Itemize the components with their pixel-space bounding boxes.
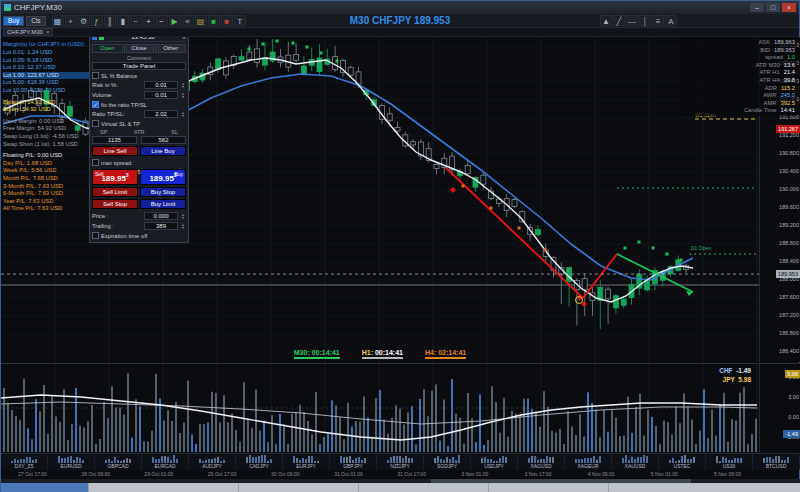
cursor-icon[interactable]: ▲ [600,15,612,26]
ticker-symbol-cell[interactable]: EURCAD [142,454,189,470]
max-spread-label: max spread [101,160,131,166]
volume-spinner[interactable]: ▴▾ [180,92,186,99]
zoom-out-icon[interactable]: − [156,15,168,26]
uta-row-label: ASK [758,39,770,47]
quick-close-button[interactable]: Cls [26,16,45,26]
fix-ratio-checkbox[interactable]: fix the ratio TP/SL [92,100,186,109]
buy-limit-button[interactable]: Buy Limit [140,199,186,209]
indicator-value-badge: -1.49 [783,430,800,438]
time-axis-label: 3 Nov 17:00 [506,470,569,479]
symbol-ticker-strip: DXY_Z5EURUSDGBPCADEURCADAUDJPYCADJPYEURJ… [1,453,800,470]
currency-strength-row: CHF -1.49 [689,367,751,376]
ticker-symbol-cell[interactable]: XAGUSD [518,454,565,470]
ticker-symbol-cell[interactable]: AUDJPY [189,454,236,470]
time-axis-label: 31 Oct 17:00 [380,470,443,479]
tp-points-input[interactable]: 1135 [92,136,137,144]
risk-input[interactable]: 0.01 [144,81,178,89]
currency-strength-labels: CHF -1.49JPY 5.98 [689,367,751,384]
time-axis-label: 31 Oct 01:00 [317,470,380,479]
ticker-symbol-cell[interactable]: DXY_Z5 [1,454,48,470]
ratio-input[interactable]: 2.02 [144,110,178,118]
sell-marker-icon[interactable]: ■ [221,15,233,26]
mini-chart [152,455,178,463]
ticker-symbol-cell[interactable]: US30 [706,454,753,470]
ticker-symbol-cell[interactable]: SGDJPY [424,454,471,470]
spark-bar [534,456,536,463]
sl-percent-balance-label: SL % Balance [101,73,137,79]
ticker-symbol-cell[interactable]: GBPCAD [95,454,142,470]
spark-bar [411,458,413,463]
script-icon[interactable]: T [234,15,246,26]
uta-row-value: 245.0 [780,92,795,100]
chart-shift-icon[interactable]: « [182,15,194,26]
ratio-spinner[interactable]: ▴▾ [180,111,186,118]
close-button[interactable]: × [782,3,796,12]
line-buy-button[interactable]: Line Buy [140,146,186,156]
text-label-icon[interactable]: A [665,15,677,26]
buy-signal-marker [652,247,655,250]
pending-price-input[interactable]: 0.000 [144,212,178,220]
zoom-in-icon[interactable]: + [143,15,155,26]
sl-points-input[interactable]: 562 [141,136,186,144]
timeframe-timer: H4: 02:14:41 [425,349,466,359]
ticker-symbol-label: CADJPY [249,463,269,469]
indicator-subwindow[interactable] [1,363,759,453]
buy-marker-icon[interactable]: ■ [208,15,220,26]
sl-label: SL [171,129,178,135]
tab-close[interactable]: Close [124,44,155,53]
ticker-symbol-cell[interactable]: XAGEUR [565,454,612,470]
crosshair-icon[interactable]: + [65,15,77,26]
gear-icon[interactable]: ⚙ [78,15,90,26]
buy-stop-button[interactable]: Buy Stop [140,187,186,197]
expiration-checkbox[interactable]: Expiration time off [92,231,186,240]
volume-input[interactable]: 0.01 [144,91,178,99]
ticker-symbol-cell[interactable]: GBPJPY [330,454,377,470]
maximize-button[interactable]: □ [766,3,780,12]
hline-icon[interactable]: ― [626,15,638,26]
templates-icon[interactable]: ▤ [195,15,207,26]
bar-chart-icon[interactable]: ║ [104,15,116,26]
comment-input[interactable]: Trade Panel [92,62,186,70]
mini-chart [763,455,789,463]
ticker-symbol-cell[interactable]: NZDJPY [377,454,424,470]
pending-price-spinner[interactable]: ▴▾ [180,213,186,220]
indicator-chart[interactable] [1,364,759,454]
price-tick-label: 188.800 [779,240,799,247]
sl-percent-balance-checkbox[interactable]: SL % Balance [92,71,186,80]
ticker-symbol-cell[interactable]: USDJPY [471,454,518,470]
ticker-symbol-cell[interactable]: BTCUSD [753,454,800,470]
sell-stop-button[interactable]: Sell Stop [92,199,138,209]
trendline-icon[interactable]: ╱ [613,15,625,26]
ticker-symbol-cell[interactable]: EURUSD [48,454,95,470]
buy-button[interactable]: Buy 189.953 [140,169,186,185]
ticker-symbol-label: US30 [723,463,736,469]
trailing-spinner[interactable]: ▴▾ [180,223,186,230]
minimize-button[interactable]: – [750,3,764,12]
ticker-symbol-cell[interactable]: USTEC [659,454,706,470]
sell-limit-button[interactable]: Sell Limit [92,187,138,197]
virtual-sl-tp-checkbox[interactable]: Virtual SL & TP [92,119,186,128]
margin-line: Week P/L: 5.56 USD [3,167,89,175]
spark-bar [173,455,175,463]
auto-scroll-icon[interactable]: ▶ [169,15,181,26]
ticker-symbol-cell[interactable]: XAUUSD [612,454,659,470]
candle-chart-icon[interactable]: ▮ [117,15,129,26]
tab-open[interactable]: Open [92,44,123,53]
indicators-icon[interactable]: ƒ [91,15,103,26]
max-spread-checkbox[interactable]: max spread [92,158,186,167]
vline-icon[interactable]: │ [639,15,651,26]
quick-buy-button[interactable]: Buy [3,16,24,26]
tab-close-icon[interactable]: × [46,29,50,36]
line-chart-icon[interactable]: ~ [130,15,142,26]
new-order-icon[interactable]: ▦ [52,15,64,26]
sell-button[interactable]: Sell 189.953 [92,169,138,185]
line-sell-button[interactable]: Line Sell [92,146,138,156]
trailing-input[interactable]: 389 [144,222,178,230]
risk-spinner[interactable]: ▴▾ [180,82,186,89]
timer-underline [425,357,466,359]
fibonacci-icon[interactable]: ≡ [652,15,664,26]
ticker-symbol-cell[interactable]: EURJPY [283,454,330,470]
tab-other[interactable]: Other [155,44,186,53]
chart-tab[interactable]: CHFJPY.M30 × [3,28,53,36]
ticker-symbol-cell[interactable]: CADJPY [236,454,283,470]
